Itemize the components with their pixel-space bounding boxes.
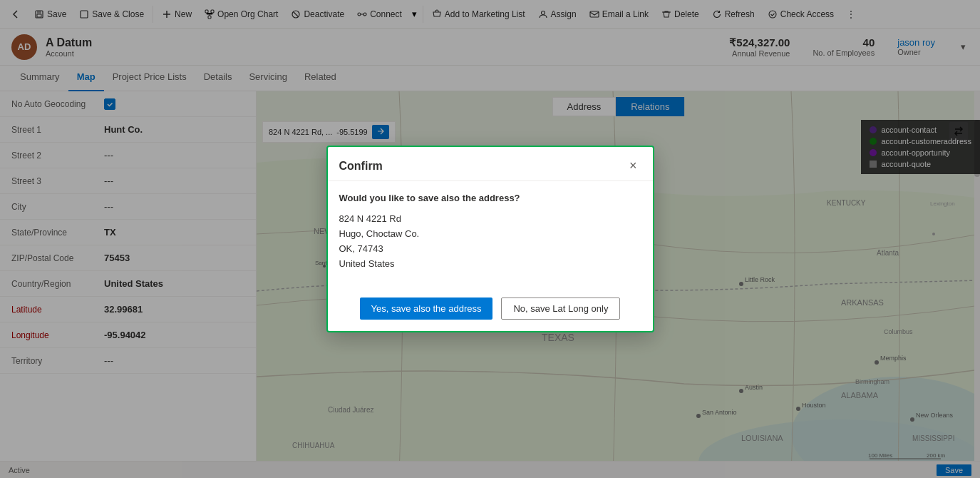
modal-header: Confirm ×: [328, 147, 653, 181]
address-line3: OK, 74743: [339, 242, 641, 257]
modal-body: Would you like to save also the address?…: [328, 181, 653, 288]
modal-address: 824 N 4221 Rd Hugo, Choctaw Co. OK, 7474…: [339, 212, 641, 271]
address-line2: Hugo, Choctaw Co.: [339, 227, 641, 242]
no-save-lat-long-button[interactable]: No, save Lat Long only: [501, 298, 620, 320]
modal-title: Confirm: [339, 160, 383, 173]
modal-question: Would you like to save also the address?: [339, 193, 641, 203]
address-line1: 824 N 4221 Rd: [339, 212, 641, 227]
modal-overlay: Confirm × Would you like to save also th…: [0, 0, 980, 478]
address-line4: United States: [339, 257, 641, 272]
modal-footer: Yes, save also the address No, save Lat …: [328, 289, 653, 331]
yes-save-address-button[interactable]: Yes, save also the address: [360, 298, 493, 320]
confirm-modal: Confirm × Would you like to save also th…: [326, 146, 654, 332]
modal-close-button[interactable]: ×: [625, 157, 641, 175]
